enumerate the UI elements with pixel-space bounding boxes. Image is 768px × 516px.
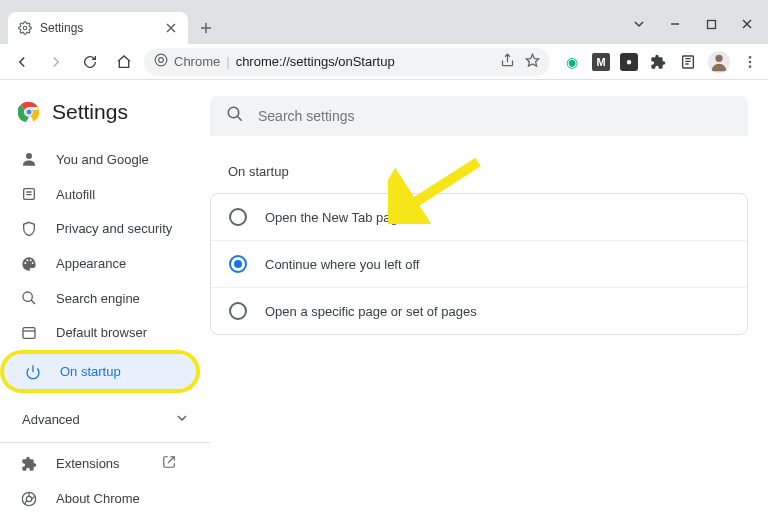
tab-strip: Settings xyxy=(0,8,768,44)
sidebar-item-autofill[interactable]: Autofill xyxy=(0,177,196,212)
extension-icon-1[interactable]: ◉ xyxy=(562,52,582,72)
chevron-down-icon[interactable] xyxy=(622,10,656,38)
menu-icon[interactable] xyxy=(740,52,760,72)
new-tab-button[interactable] xyxy=(192,14,220,42)
sidebar-item-label: Search engine xyxy=(56,291,140,306)
extension-icon-2[interactable]: M xyxy=(592,53,610,71)
startup-option-specific-pages[interactable]: Open a specific page or set of pages xyxy=(211,287,747,334)
chrome-icon xyxy=(154,53,168,70)
startup-option-continue[interactable]: Continue where you left off xyxy=(211,240,747,287)
home-button[interactable] xyxy=(110,48,138,76)
sidebar-item-default-browser[interactable]: Default browser xyxy=(0,316,196,351)
startup-options-card: Open the New Tab page Continue where you… xyxy=(210,193,748,335)
svg-point-3 xyxy=(159,58,164,63)
reading-list-icon[interactable] xyxy=(678,52,698,72)
browser-icon xyxy=(20,324,38,342)
svg-point-13 xyxy=(26,109,32,115)
svg-point-16 xyxy=(23,292,32,301)
open-external-icon xyxy=(162,455,176,472)
search-icon xyxy=(226,105,244,127)
profile-avatar[interactable] xyxy=(708,51,730,73)
main-content: On startup Open the New Tab page Continu… xyxy=(210,80,768,516)
address-host: Chrome xyxy=(174,54,220,69)
gear-icon xyxy=(18,21,32,35)
sidebar-item-label: Autofill xyxy=(56,187,95,202)
extensions-menu-icon[interactable] xyxy=(648,52,668,72)
sidebar-item-label: Default browser xyxy=(56,325,147,340)
window-close-button[interactable] xyxy=(730,10,764,38)
chrome-icon xyxy=(20,490,38,508)
sidebar-item-label: Extensions xyxy=(56,456,120,471)
sidebar-item-label: On startup xyxy=(60,364,121,379)
chevron-down-icon xyxy=(176,412,188,427)
svg-point-6 xyxy=(715,54,722,61)
sidebar-item-label: About Chrome xyxy=(56,491,140,506)
sidebar-item-on-startup[interactable]: On startup xyxy=(4,354,196,389)
radio-icon xyxy=(229,208,247,226)
window-maximize-button[interactable] xyxy=(694,10,728,38)
close-icon[interactable] xyxy=(164,21,178,35)
sidebar-item-privacy[interactable]: Privacy and security xyxy=(0,211,196,246)
svg-point-14 xyxy=(26,153,32,159)
settings-search[interactable] xyxy=(210,96,748,136)
tab-title: Settings xyxy=(40,21,83,35)
search-icon xyxy=(20,289,38,307)
star-icon[interactable] xyxy=(525,53,540,71)
page-title: Settings xyxy=(0,96,210,142)
sidebar: Settings You and Google Autofill Privacy… xyxy=(0,80,210,516)
person-icon xyxy=(20,150,38,168)
svg-point-0 xyxy=(23,26,27,30)
sidebar-item-search-engine[interactable]: Search engine xyxy=(0,281,196,316)
browser-tab[interactable]: Settings xyxy=(8,12,188,44)
shield-icon xyxy=(20,220,38,238)
address-path: chrome://settings/onStartup xyxy=(236,54,395,69)
extension-icon-3[interactable]: ● xyxy=(620,53,638,71)
back-button[interactable] xyxy=(8,48,36,76)
sidebar-item-appearance[interactable]: Appearance xyxy=(0,246,196,281)
sidebar-item-label: You and Google xyxy=(56,152,149,167)
svg-point-7 xyxy=(749,56,752,59)
browser-toolbar: Chrome | chrome://settings/onStartup ◉ M… xyxy=(0,44,768,80)
svg-rect-17 xyxy=(23,328,35,339)
sidebar-item-about-chrome[interactable]: About Chrome xyxy=(0,481,196,516)
power-icon xyxy=(24,363,42,381)
sidebar-item-label: Privacy and security xyxy=(56,221,172,236)
sidebar-item-label: Appearance xyxy=(56,256,126,271)
svg-point-8 xyxy=(749,60,752,63)
option-label: Open the New Tab page xyxy=(265,210,405,225)
reload-button[interactable] xyxy=(76,48,104,76)
puzzle-icon xyxy=(20,455,38,473)
radio-checked-icon xyxy=(229,255,247,273)
sidebar-advanced-toggle[interactable]: Advanced xyxy=(0,401,210,438)
address-bar[interactable]: Chrome | chrome://settings/onStartup xyxy=(144,48,550,76)
svg-marker-4 xyxy=(526,54,539,66)
radio-icon xyxy=(229,302,247,320)
svg-point-9 xyxy=(749,65,752,68)
svg-point-20 xyxy=(228,107,239,118)
sidebar-item-extensions[interactable]: Extensions xyxy=(0,446,196,481)
autofill-icon xyxy=(20,185,38,203)
startup-option-new-tab[interactable]: Open the New Tab page xyxy=(211,194,747,240)
sidebar-item-you-and-google[interactable]: You and Google xyxy=(0,142,196,177)
section-title: On startup xyxy=(228,164,748,179)
forward-button[interactable] xyxy=(42,48,70,76)
chrome-logo-icon xyxy=(18,101,40,123)
palette-icon xyxy=(20,255,38,273)
option-label: Continue where you left off xyxy=(265,257,419,272)
option-label: Open a specific page or set of pages xyxy=(265,304,477,319)
svg-rect-1 xyxy=(707,20,715,28)
svg-point-2 xyxy=(155,54,167,66)
share-icon[interactable] xyxy=(500,53,515,71)
settings-search-input[interactable] xyxy=(258,108,732,124)
window-minimize-button[interactable] xyxy=(658,10,692,38)
